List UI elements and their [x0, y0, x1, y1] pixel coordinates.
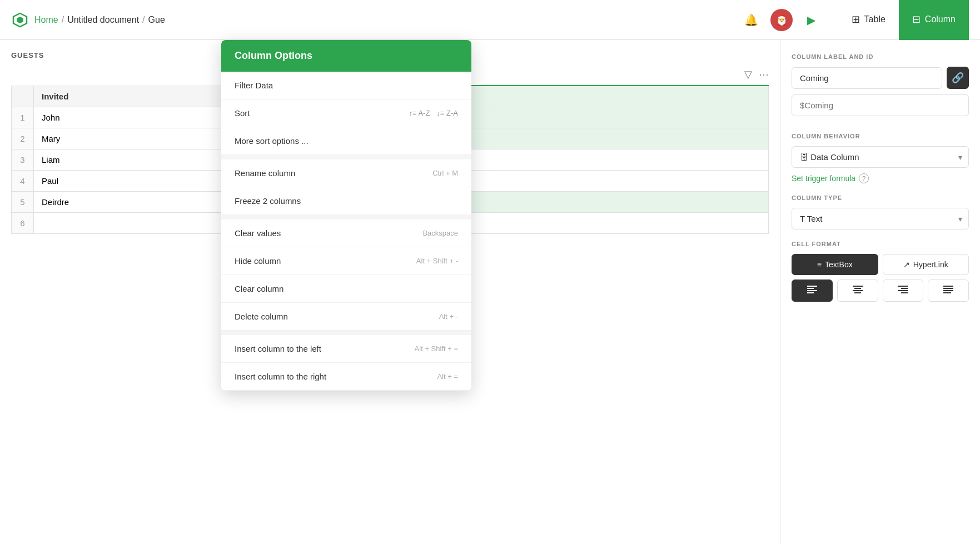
menu-item-clear-column[interactable]: Clear column — [221, 275, 471, 303]
notification-button[interactable]: 🔔 — [742, 10, 762, 30]
menu-item-clear-values[interactable]: Clear values Backspace — [221, 219, 471, 247]
svg-rect-17 — [943, 292, 951, 293]
svg-rect-8 — [853, 290, 863, 291]
svg-rect-12 — [898, 290, 908, 291]
hyperlink-icon: ↗ — [903, 260, 910, 269]
align-center-icon — [853, 286, 863, 296]
svg-rect-14 — [943, 286, 953, 287]
help-icon[interactable]: ? — [859, 173, 869, 183]
tab-column[interactable]: ⊟ Column — [899, 0, 969, 40]
more-options-button[interactable]: ⋯ — [759, 68, 769, 81]
svg-rect-3 — [807, 288, 814, 289]
forward-button[interactable]: ▶ — [802, 10, 822, 30]
avatar[interactable]: 🎅 — [770, 9, 793, 31]
svg-rect-5 — [807, 292, 814, 293]
align-left-icon — [807, 286, 817, 296]
right-panel: COLUMN LABEL AND ID 🔗 COLUMN BEHAVIOR 🗄 … — [780, 40, 980, 544]
menu-item-sort[interactable]: Sort ↑≡ A-Z ↓≡ Z-A — [221, 99, 471, 127]
col-id-input[interactable] — [792, 94, 969, 116]
col-behavior-title: COLUMN BEHAVIOR — [792, 133, 969, 139]
breadcrumb-home[interactable]: Home — [34, 15, 58, 25]
menu-item-insert-col-right[interactable]: Insert column to the right Alt + = — [221, 363, 471, 391]
format-textbox-button[interactable]: ≡ TextBox — [792, 254, 878, 275]
menu-item-filter-data[interactable]: Filter Data — [221, 72, 471, 99]
table-icon: ⊞ — [852, 13, 860, 26]
filter-button[interactable]: ▽ — [744, 68, 752, 81]
col-header-corner — [12, 86, 34, 107]
breadcrumb: Home / Untitled document / Gue — [34, 15, 165, 25]
col-label-title: COLUMN LABEL AND ID — [792, 53, 969, 60]
row-number: 5 — [12, 192, 34, 213]
cell-format-row: ≡ TextBox ↗ HyperLink — [792, 254, 969, 275]
breadcrumb-doc[interactable]: Untitled document — [67, 15, 139, 25]
row-number: 2 — [12, 128, 34, 149]
row-number: 3 — [12, 149, 34, 171]
menu-item-rename-column[interactable]: Rename column Ctrl + M — [221, 159, 471, 187]
link-button[interactable]: 🔗 — [947, 67, 969, 89]
app-logo[interactable] — [11, 11, 29, 29]
menu-divider-1 — [221, 155, 471, 159]
svg-rect-10 — [898, 286, 908, 287]
trigger-formula-link[interactable]: Set trigger formula — [792, 174, 855, 183]
align-left-button[interactable] — [792, 280, 833, 302]
sort-az-button[interactable]: ↑≡ A-Z — [409, 109, 430, 117]
col-name-input[interactable] — [792, 67, 942, 89]
menu-divider-3 — [221, 331, 471, 335]
col-behavior-select[interactable]: 🗄 Data Column — [792, 146, 969, 168]
menu-item-delete-column[interactable]: Delete column Alt + - — [221, 303, 471, 331]
context-menu[interactable]: Column Options Filter Data Sort ↑≡ A-Z ↓… — [221, 40, 471, 391]
breadcrumb-sep1: / — [62, 15, 64, 25]
nav-tabs: ⊞ Table ⊟ Column — [838, 0, 969, 40]
align-justify-button[interactable] — [928, 280, 969, 302]
row-number: 6 — [12, 213, 34, 234]
trigger-formula-row: Set trigger formula ? — [792, 173, 969, 183]
svg-rect-15 — [943, 288, 953, 289]
align-justify-icon — [943, 286, 953, 296]
textbox-icon: ≡ — [817, 260, 822, 269]
menu-item-freeze-columns[interactable]: Freeze 2 columns — [221, 187, 471, 215]
svg-rect-16 — [943, 290, 953, 291]
cell-align-row — [792, 280, 969, 302]
menu-item-hide-column[interactable]: Hide column Alt + Shift + - — [221, 247, 471, 275]
menu-divider-2 — [221, 215, 471, 219]
menu-header: Column Options — [221, 40, 471, 72]
nav-icons: 🔔 🎅 ▶ — [742, 9, 822, 31]
col-type-select-wrap: T Text ▾ — [792, 208, 969, 229]
breadcrumb-partial[interactable]: Gue — [148, 15, 165, 25]
col-name-row: 🔗 — [792, 67, 969, 89]
sort-za-button[interactable]: ↓≡ Z-A — [436, 109, 458, 117]
align-right-button[interactable] — [883, 280, 924, 302]
top-nav: Home / Untitled document / Gue 🔔 🎅 ▶ ⊞ T… — [0, 0, 980, 40]
col-behavior-select-wrap: 🗄 Data Column ▾ — [792, 146, 969, 168]
svg-rect-4 — [807, 290, 817, 291]
svg-rect-9 — [854, 292, 861, 293]
sort-shortcuts: ↑≡ A-Z ↓≡ Z-A — [409, 109, 458, 117]
svg-rect-11 — [901, 288, 908, 289]
col-type-select[interactable]: T Text — [792, 208, 969, 229]
align-right-icon — [898, 286, 908, 296]
align-center-button[interactable] — [837, 280, 878, 302]
format-hyperlink-button[interactable]: ↗ HyperLink — [883, 254, 969, 275]
cell-format-title: CELL FORMAT — [792, 241, 969, 247]
main-layout: GUESTS ▽ ⋯ Invited Coming 1Johnyes2Maryy… — [0, 40, 980, 544]
tab-table[interactable]: ⊞ Table — [838, 0, 899, 40]
breadcrumb-sep2: / — [142, 15, 145, 25]
svg-rect-13 — [901, 292, 908, 293]
menu-item-insert-col-left[interactable]: Insert column to the left Alt + Shift + … — [221, 335, 471, 363]
col-type-title: COLUMN TYPE — [792, 194, 969, 201]
column-icon: ⊟ — [912, 13, 921, 26]
menu-item-more-sort[interactable]: More sort options ... — [221, 127, 471, 155]
row-number: 4 — [12, 171, 34, 192]
svg-rect-2 — [807, 286, 817, 287]
svg-marker-1 — [17, 17, 23, 23]
svg-rect-6 — [853, 286, 863, 287]
svg-rect-7 — [854, 288, 861, 289]
row-number: 1 — [12, 107, 34, 128]
